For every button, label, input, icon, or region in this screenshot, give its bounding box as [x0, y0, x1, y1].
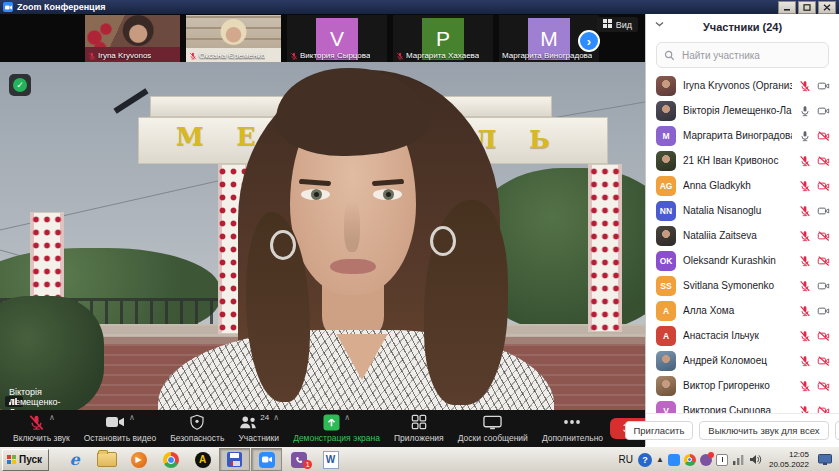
media-player-taskbar-button[interactable]: ▶ [123, 448, 154, 471]
more-options-button[interactable]: ... [835, 421, 839, 440]
maximize-button[interactable] [798, 1, 816, 14]
encryption-badge[interactable]: ✓ [9, 74, 31, 96]
thumbnail-name: Маргарита Хахаева [406, 51, 479, 60]
participant-row[interactable]: Вікторія Лемещенко-Лагода [646, 98, 839, 123]
chrome-tray-icon[interactable] [684, 454, 696, 466]
participant-row[interactable]: AGAnna Gladkykh [646, 173, 839, 198]
chevron-up-icon[interactable]: ∧ [273, 413, 279, 423]
participant-thumbnail[interactable]: PМаргарита Хахаева [393, 15, 493, 62]
search-participant-input[interactable] [680, 49, 821, 62]
close-button[interactable] [818, 1, 836, 14]
clock-tray-icon[interactable] [716, 454, 728, 466]
participant-name: Виктория Сырцова [683, 405, 792, 413]
participant-row[interactable]: AАнастасія Ільчук [646, 323, 839, 348]
camera-off-icon [817, 330, 830, 342]
file-explorer-taskbar-button[interactable] [91, 448, 122, 471]
camera-off-icon [817, 230, 830, 242]
invite-button[interactable]: Пригласить [625, 421, 694, 440]
participant-row[interactable]: Виктор Григоренко [646, 373, 839, 398]
mic-muted-icon [799, 255, 811, 267]
share-screen-icon: ∧ [323, 413, 350, 431]
camera-on-icon [817, 280, 830, 292]
next-participants-button[interactable]: › [578, 30, 600, 52]
camera-icon: ∧ [105, 413, 135, 431]
participant-initial-avatar: NN [656, 201, 676, 221]
toolbar-item-label: Демонстрация экрана [293, 433, 380, 443]
participant-status-icons [799, 230, 830, 242]
mute-all-button[interactable]: Выключить звук для всех [699, 421, 828, 440]
participant-photo-avatar [656, 151, 676, 171]
chrome-taskbar-button[interactable] [155, 448, 186, 471]
toolbar-apps-button[interactable]: Приложения [387, 411, 451, 446]
mic-muted-icon [799, 155, 811, 167]
thumbnail-name: Маргарита Виноградова [502, 51, 592, 60]
camera-off-icon [817, 405, 830, 414]
internet-explorer-taskbar-button[interactable]: e [59, 448, 90, 471]
participant-row[interactable]: AАлла Хома [646, 298, 839, 323]
mic-muted-icon [799, 405, 811, 414]
collapse-panel-button[interactable] [655, 21, 664, 27]
chevron-up-icon[interactable]: ∧ [344, 413, 350, 423]
participant-thumbnail[interactable]: Оксана Єременко [186, 15, 281, 62]
floppy-app-taskbar-button[interactable] [219, 448, 250, 471]
participant-name: Андрей Коломоец [683, 355, 792, 366]
meeting-toolbar: ∧Включить звук∧Остановить видеоБезопасно… [0, 410, 645, 447]
chevron-up-icon[interactable]: ∧ [49, 413, 55, 423]
window-title: Zoom Конференция [17, 0, 105, 14]
windows-taskbar: Пуск e▶A1W RU ?▲ 12:05 20.05.2022 [0, 446, 839, 471]
clock-date: 20.05.2022 [769, 460, 809, 470]
toolbar-mic-muted-button[interactable]: ∧Включить звук [6, 411, 77, 446]
zoom-tray-icon[interactable] [668, 454, 680, 466]
toolbar-whiteboard-button[interactable]: Доски сообщений [451, 411, 535, 446]
participant-row[interactable]: Андрей Коломоец [646, 348, 839, 373]
participant-row[interactable]: Iryna Kryvonos (Организатор, я) [646, 73, 839, 98]
participant-thumbnail[interactable]: Iryna Kryvonos [85, 15, 180, 62]
participant-photo-avatar [656, 76, 676, 96]
toolbar-participants-button[interactable]: 24∧Участники [231, 411, 286, 446]
toolbar-shield-button[interactable]: Безопасность [163, 411, 231, 446]
participant-row[interactable]: OKOleksandr Kurashkin [646, 248, 839, 273]
participants-icon: 24∧ [238, 413, 279, 431]
camera-on-icon [817, 80, 830, 92]
viber-taskbar-button[interactable]: 1 [283, 448, 314, 471]
participant-row[interactable]: 21 КН Іван Кривонос [646, 148, 839, 173]
viber-tray-icon[interactable] [700, 454, 712, 466]
participant-status-icons [799, 155, 830, 167]
toolbar-more-button[interactable]: Дополнительно [535, 411, 610, 446]
mic-muted-icon [396, 52, 404, 60]
zoom-taskbar-button[interactable] [251, 448, 282, 471]
camera-off-icon [817, 155, 830, 167]
toolbar-item-label: Доски сообщений [458, 433, 528, 443]
camera-off-icon [817, 130, 830, 142]
toolbar-share-screen-button[interactable]: ∧Демонстрация экрана [286, 411, 387, 446]
participant-thumbnail[interactable]: VВиктория Сырцова [287, 15, 387, 62]
participant-row[interactable]: Nataliia Zaitseva [646, 223, 839, 248]
camera-on-icon [817, 105, 830, 117]
toolbar-item-label: Приложения [394, 433, 444, 443]
participants-panel-title: Участники (24) [703, 21, 782, 33]
participants-list: Iryna Kryvonos (Организатор, я)Вікторія … [646, 73, 839, 413]
participant-status-icons [799, 380, 830, 392]
toolbar-camera-button[interactable]: ∧Остановить видео [77, 411, 163, 446]
word-taskbar-button[interactable]: W [315, 448, 346, 471]
participant-photo-avatar [656, 226, 676, 246]
speaker-name-label: Вікторія Лемещенко-Лагода [5, 396, 23, 407]
language-indicator[interactable]: RU [619, 454, 633, 465]
volume-tray-icon[interactable] [749, 454, 762, 465]
start-button[interactable]: Пуск [2, 449, 49, 471]
view-button[interactable]: Вид [597, 17, 638, 32]
mic-muted-icon [799, 80, 811, 92]
participant-row[interactable]: SSSvitlana Symonenko [646, 273, 839, 298]
chevron-up-icon[interactable]: ∧ [129, 413, 135, 423]
taskbar-clock[interactable]: 12:05 20.05.2022 [769, 450, 809, 469]
help-tray-icon[interactable]: ? [638, 453, 652, 467]
participant-name: Алла Хома [683, 305, 792, 316]
participant-row[interactable]: VВиктория Сырцова [646, 398, 839, 413]
minimize-button[interactable] [778, 1, 796, 14]
aimp-taskbar-button[interactable]: A [187, 448, 218, 471]
participant-row[interactable]: MМаргарита Виноградова [646, 123, 839, 148]
participant-row[interactable]: NNNatalia Nisanoglu [646, 198, 839, 223]
participant-name: Oleksandr Kurashkin [683, 255, 792, 266]
show-desktop-button[interactable] [816, 451, 834, 468]
network-tray-icon[interactable] [732, 454, 745, 465]
